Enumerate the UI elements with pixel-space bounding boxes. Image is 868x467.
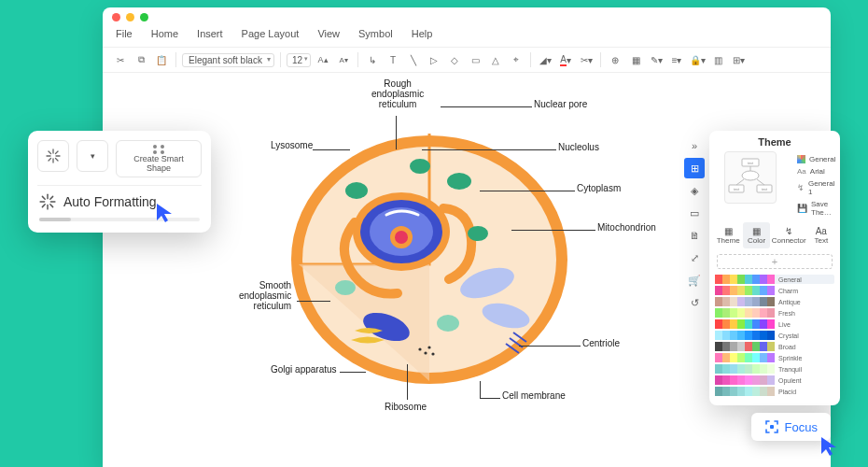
palette-general[interactable]: General <box>715 275 834 284</box>
line-icon[interactable]: ╲ <box>405 51 422 68</box>
cursor-icon <box>819 435 840 458</box>
add-palette-button[interactable]: + <box>717 254 833 269</box>
label-smooth-er: Smooth endoplasmic reticulum <box>239 280 291 311</box>
eraser-icon[interactable]: ◇ <box>446 51 463 68</box>
shape-icon[interactable]: ▭ <box>467 51 483 68</box>
theme-title: Theme <box>709 131 840 151</box>
svg-text:text: text <box>734 187 740 191</box>
svg-line-29 <box>56 159 59 162</box>
palette-live[interactable]: Live <box>715 319 834 329</box>
doc-icon[interactable]: 🗎 <box>684 225 705 246</box>
spark-icon <box>39 193 56 210</box>
svg-line-28 <box>49 151 51 154</box>
expand-icon[interactable]: ⤢ <box>684 248 705 268</box>
layers-icon[interactable]: ◈ <box>684 180 705 201</box>
svg-line-41 <box>50 205 53 207</box>
svg-text:text: text <box>748 161 754 165</box>
palette-antique[interactable]: Antique <box>715 297 834 306</box>
focus-icon <box>764 419 779 434</box>
copy-icon[interactable]: ⧉ <box>133 51 149 68</box>
weight-icon[interactable]: ≡▾ <box>668 51 685 68</box>
label-nucleolus: Nucleolus <box>558 142 599 152</box>
create-smart-shape-button[interactable]: Create Smart Shape <box>116 140 202 177</box>
palette-opulent[interactable]: Opulent <box>715 375 834 385</box>
menu-help[interactable]: Help <box>412 28 433 39</box>
size-select[interactable]: 12 <box>287 53 311 67</box>
palette-charm[interactable]: Charm <box>715 286 834 295</box>
palette-fresh[interactable]: Fresh <box>715 308 834 318</box>
preset-arial[interactable]: AaArial <box>797 167 835 176</box>
svg-line-42 <box>42 205 45 207</box>
svg-point-18 <box>424 351 427 354</box>
cursor-icon <box>155 202 175 224</box>
preset-general[interactable]: General <box>797 155 835 163</box>
tab-theme[interactable]: ▦Theme <box>715 222 741 248</box>
maximize-dot[interactable] <box>140 13 148 21</box>
size-up-icon[interactable]: A▴ <box>315 51 331 68</box>
lock-icon[interactable]: 🔒▾ <box>689 51 706 68</box>
svg-line-31 <box>56 151 59 154</box>
fill-icon[interactable]: ◢▾ <box>537 51 553 68</box>
menu-home[interactable]: Home <box>151 28 178 39</box>
pointer-icon[interactable]: ▷ <box>426 51 442 68</box>
cell-diagram <box>289 120 569 400</box>
font-select[interactable]: Elegant soft black <box>182 53 274 67</box>
minimize-dot[interactable] <box>126 13 134 21</box>
cut-icon[interactable]: ✂ <box>112 51 129 68</box>
menubar: File Home Insert Page Layout View Symbol… <box>103 26 831 47</box>
menu-symbol[interactable]: Symbol <box>358 28 393 39</box>
tab-color[interactable]: ▦Color <box>743 222 769 248</box>
text-icon[interactable]: T <box>385 51 401 68</box>
label-ribosome: Ribosome <box>385 402 427 412</box>
svg-point-17 <box>418 347 421 350</box>
svg-point-16 <box>335 280 356 295</box>
svg-point-7 <box>395 231 408 244</box>
spark-dropdown[interactable]: ▾ <box>77 140 108 172</box>
tab-text[interactable]: AaText <box>808 222 834 248</box>
size-down-icon[interactable]: A▾ <box>335 51 352 68</box>
cart-icon[interactable]: 🛒 <box>684 270 705 290</box>
menu-page-layout[interactable]: Page Layout <box>242 28 300 39</box>
palette-tranquil[interactable]: Tranquil <box>715 364 834 374</box>
label-rough-er: Rough endoplasmic reticulum <box>371 78 424 109</box>
palette-sprinkle[interactable]: Sprinkle <box>715 353 834 362</box>
preset-save[interactable]: 💾Save The… <box>797 200 835 217</box>
history-icon[interactable]: ↺ <box>684 292 705 313</box>
spark-button[interactable] <box>37 140 69 172</box>
close-dot[interactable] <box>112 13 120 21</box>
locate-icon[interactable]: ⌖ <box>508 51 525 68</box>
menu-insert[interactable]: Insert <box>197 28 223 39</box>
palette-placid[interactable]: Placid <box>715 387 834 396</box>
label-nuclear-pore: Nuclear pore <box>534 99 587 109</box>
grid-tool-icon[interactable]: ⊞ <box>684 158 705 178</box>
svg-line-40 <box>42 196 45 199</box>
toolbar: ✂ ⧉ 📋 Elegant soft black 12 A▴ A▾ ↳ T ╲ … <box>103 48 831 72</box>
svg-point-33 <box>161 145 164 149</box>
page-icon[interactable]: ▭ <box>684 203 705 223</box>
font-color-icon[interactable]: A▾ <box>557 51 574 68</box>
preset-general1[interactable]: ↯General 1 <box>797 179 835 196</box>
svg-point-12 <box>410 159 430 174</box>
palette-list: GeneralCharmAntiqueFreshLiveCrystalBroad… <box>715 275 834 398</box>
theme-preview: texttexttext <box>724 151 777 204</box>
connector-icon[interactable]: ↳ <box>364 51 381 68</box>
table-icon[interactable]: ▦ <box>627 51 644 68</box>
layout-icon[interactable]: ▥ <box>709 51 726 68</box>
svg-text:text: text <box>762 187 768 191</box>
auto-formatting-button[interactable]: Auto Formatting <box>37 186 202 212</box>
tab-connector[interactable]: ↯Connector <box>772 222 806 248</box>
svg-line-30 <box>49 159 51 162</box>
label-cell-membrane: Cell membrane <box>502 390 566 401</box>
search-icon[interactable]: ⊕ <box>607 51 623 68</box>
menu-file[interactable]: File <box>116 28 133 39</box>
menu-view[interactable]: View <box>317 28 340 39</box>
triangle-icon[interactable]: △ <box>487 51 504 68</box>
pen-icon[interactable]: ✎▾ <box>648 51 665 68</box>
collapse-icon[interactable]: » <box>684 135 705 156</box>
svg-line-43 <box>50 196 53 199</box>
palette-crystal[interactable]: Crystal <box>715 331 834 340</box>
crop-icon[interactable]: ✂▾ <box>578 51 595 68</box>
palette-broad[interactable]: Broad <box>715 342 834 351</box>
paste-icon[interactable]: 📋 <box>153 51 170 68</box>
grid-icon[interactable]: ⊞▾ <box>730 51 747 68</box>
